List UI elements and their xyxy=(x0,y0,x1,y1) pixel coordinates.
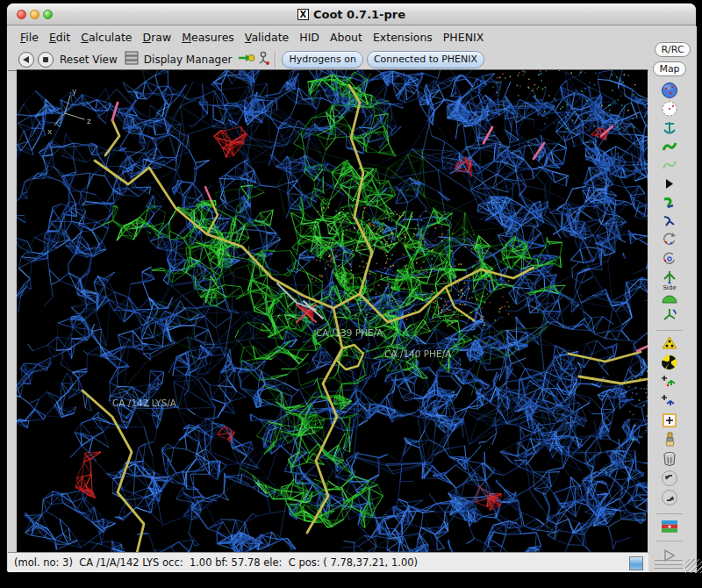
hydrogens-toggle-button[interactable]: Hydrogens on xyxy=(282,51,362,68)
menu-hid[interactable]: HID xyxy=(294,29,325,46)
toolbar-separator xyxy=(656,330,683,331)
add-terminal-residue-icon[interactable] xyxy=(660,373,679,391)
rotate-translate-icon[interactable] xyxy=(660,306,679,324)
undo-icon[interactable] xyxy=(660,470,679,487)
auto-fit-rotamer-icon[interactable] xyxy=(660,194,679,212)
clipping-sphere-icon[interactable] xyxy=(660,100,679,118)
menu-validate[interactable]: Validate xyxy=(240,29,294,46)
menu-draw[interactable]: Draw xyxy=(138,29,177,46)
statusbar: (mol. no: 3) CA /1/A/142 LYS occ: 1.00 b… xyxy=(8,552,648,572)
statusbar-grip-lines[interactable] xyxy=(655,560,683,569)
status-chip[interactable] xyxy=(629,556,643,570)
rrc-button[interactable]: R/RC xyxy=(655,42,691,57)
add-alt-conf-icon[interactable] xyxy=(660,392,679,410)
auto-fit-warning-icon[interactable] xyxy=(660,334,679,352)
map-masking-icon[interactable] xyxy=(660,119,679,137)
side-chain-180-icon[interactable]: Side xyxy=(660,287,679,305)
torsion-general-icon[interactable] xyxy=(660,250,679,268)
menu-file[interactable]: File xyxy=(15,29,44,46)
menu-about[interactable]: About xyxy=(325,29,368,46)
edit-chi-angles-icon[interactable] xyxy=(660,212,679,230)
toolbar-separator xyxy=(656,541,683,541)
run-refinement-icon[interactable] xyxy=(660,176,679,193)
menu-edit[interactable]: Edit xyxy=(44,29,75,46)
window-resize-grip[interactable] xyxy=(685,559,702,573)
simple-mutate-icon[interactable] xyxy=(660,431,679,448)
place-atom-icon[interactable] xyxy=(660,412,679,429)
menu-phenix[interactable]: PHENIX xyxy=(438,29,489,46)
toolbar-separator xyxy=(275,52,276,68)
flag-icon[interactable] xyxy=(660,518,679,535)
go-to-ligand-icon[interactable] xyxy=(238,51,255,68)
status-text: (mol. no: 3) CA /1/A/142 LYS occ: 1.00 b… xyxy=(8,556,418,569)
coot-window: X Coot 0.7.1-pre FileEditCalculateDrawMe… xyxy=(6,3,697,572)
x11-icon: X xyxy=(297,9,309,20)
map-sphere-icon[interactable] xyxy=(660,82,679,99)
menu-measures[interactable]: Measures xyxy=(176,29,240,46)
redo-icon[interactable] xyxy=(660,489,679,506)
reset-view-label[interactable]: Reset View xyxy=(60,54,118,66)
menubar: FileEditCalculateDrawMeasuresValidateHID… xyxy=(8,26,648,48)
phenix-connection-button[interactable]: Connected to PHENIX xyxy=(367,51,484,68)
window-title: Coot 0.7.1-pre xyxy=(313,8,405,21)
rotate-zone-icon[interactable] xyxy=(660,231,679,248)
ligand-builder-icon[interactable] xyxy=(257,50,271,69)
reset-view-back-icon[interactable] xyxy=(18,52,34,68)
mutate-residue-icon[interactable] xyxy=(660,354,679,371)
flip-peptide-icon[interactable] xyxy=(660,269,679,286)
titlebar[interactable]: X Coot 0.7.1-pre xyxy=(7,4,696,25)
menu-extensions[interactable]: Extensions xyxy=(368,29,438,46)
toolbar-separator xyxy=(656,513,683,514)
toolbar: Reset View Display Manager Hydrogens on … xyxy=(8,48,654,71)
real-space-refine-icon[interactable] xyxy=(660,138,679,155)
display-manager-label[interactable]: Display Manager xyxy=(144,54,233,66)
reset-view-stop-icon[interactable] xyxy=(38,52,54,68)
gl-viewport[interactable] xyxy=(17,69,648,552)
map-button[interactable]: Map xyxy=(653,61,686,76)
regularize-zone-icon[interactable] xyxy=(660,156,679,174)
display-manager-icon[interactable] xyxy=(124,50,140,69)
menu-calculate[interactable]: Calculate xyxy=(75,29,137,46)
delete-item-icon[interactable] xyxy=(660,450,679,468)
right-toolbar: Side xyxy=(648,26,697,572)
